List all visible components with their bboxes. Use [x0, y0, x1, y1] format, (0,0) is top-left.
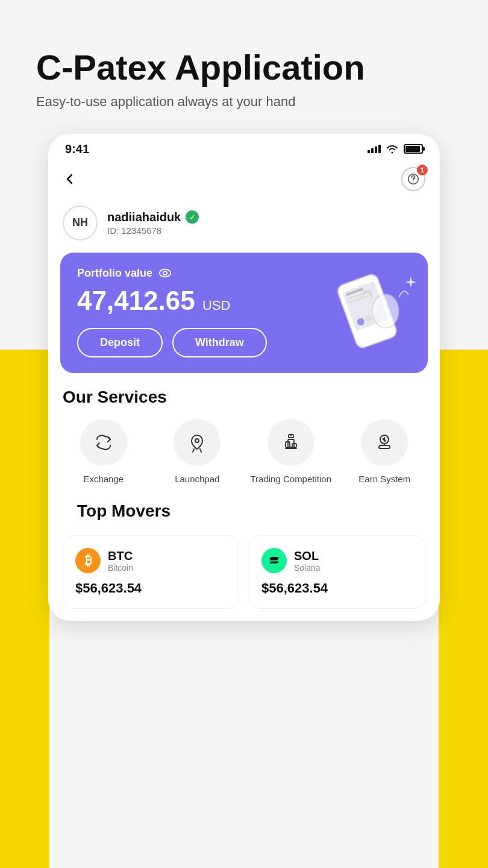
- launchpad-icon-bg: [174, 419, 221, 466]
- trading-competition-label: Trading Competition: [250, 473, 331, 485]
- sol-icon: [261, 548, 287, 573]
- support-badge: 1: [417, 165, 428, 175]
- portfolio-label: Portfolio value: [77, 267, 152, 280]
- svg-point-19: [380, 435, 389, 444]
- btc-name: Bitcoin: [108, 563, 133, 573]
- btc-price: $56,623.54: [75, 580, 227, 596]
- services-title: Our Services: [48, 388, 440, 419]
- avatar: NH: [63, 206, 98, 241]
- services-grid: Exchange Launchpad: [48, 419, 440, 502]
- exchange-icon: [92, 431, 115, 454]
- battery-icon: [404, 144, 423, 154]
- signal-icon: [368, 145, 381, 153]
- btc-symbol: BTC: [108, 549, 133, 563]
- btc-icon: ₿: [75, 548, 101, 573]
- support-button[interactable]: 1: [401, 167, 425, 191]
- service-item-earn[interactable]: Earn System: [342, 419, 428, 485]
- back-button[interactable]: [63, 172, 77, 186]
- launchpad-label: Launchpad: [175, 473, 219, 485]
- exchange-label: Exchange: [83, 473, 124, 485]
- mover-card-btc[interactable]: ₿ BTC Bitcoin $56,623.54: [63, 535, 239, 609]
- service-item-launchpad[interactable]: Launchpad: [154, 419, 241, 485]
- top-movers-title: Top Movers: [63, 502, 425, 533]
- portfolio-card: Portfolio value 47,412.65 USD Deposit Wi…: [60, 253, 428, 373]
- sol-price: $56,623.54: [261, 580, 413, 596]
- sol-symbol: SOL: [294, 549, 321, 563]
- svg-point-3: [163, 271, 167, 275]
- deposit-button[interactable]: Deposit: [77, 328, 163, 357]
- service-item-trading[interactable]: Trading Competition: [248, 419, 334, 485]
- eye-icon: [158, 268, 172, 278]
- launchpad-icon: [186, 431, 208, 454]
- service-item-exchange[interactable]: Exchange: [60, 419, 147, 485]
- services-section: Our Services Exchange: [48, 388, 440, 502]
- phone-frame: 9:41: [48, 134, 440, 621]
- wifi-icon: [386, 144, 399, 154]
- mover-card-sol[interactable]: SOL Solana $56,623.54: [249, 535, 425, 609]
- top-movers-section: Top Movers ₿ BTC Bitcoin $56,623.54: [48, 502, 440, 609]
- user-info: nadiiahaiduk ✓ ID: 12345678: [107, 210, 199, 236]
- user-profile: NH nadiiahaiduk ✓ ID: 12345678: [48, 200, 440, 253]
- exchange-icon-bg: [80, 419, 127, 466]
- movers-grid: ₿ BTC Bitcoin $56,623.54: [63, 535, 425, 609]
- earn-icon-bg: [361, 419, 408, 466]
- svg-point-2: [160, 269, 170, 277]
- trading-competition-icon: [280, 431, 302, 454]
- nav-bar: 1: [48, 161, 440, 200]
- withdraw-button[interactable]: Withdraw: [172, 328, 267, 357]
- portfolio-currency: USD: [202, 298, 230, 313]
- status-time: 9:41: [65, 142, 89, 156]
- status-bar: 9:41: [48, 134, 440, 161]
- sol-name: Solana: [294, 563, 321, 573]
- svg-rect-20: [379, 445, 390, 448]
- svg-point-13: [195, 439, 199, 442]
- user-id: ID: 12345678: [107, 225, 199, 236]
- mover-sol-header: SOL Solana: [261, 548, 413, 573]
- app-subtitle: Easy-to-use application always at your h…: [36, 94, 452, 110]
- status-icons: [368, 144, 423, 154]
- portfolio-value: 47,412.65 USD: [77, 286, 411, 316]
- svg-point-1: [413, 181, 413, 182]
- username: nadiiahaiduk: [107, 210, 181, 224]
- earn-system-icon: [373, 431, 396, 454]
- app-title: C-Patex Application: [36, 48, 452, 87]
- earn-system-label: Earn System: [358, 473, 410, 485]
- trading-icon-bg: [267, 419, 314, 466]
- mover-btc-header: ₿ BTC Bitcoin: [75, 548, 227, 573]
- verified-icon: ✓: [186, 210, 199, 224]
